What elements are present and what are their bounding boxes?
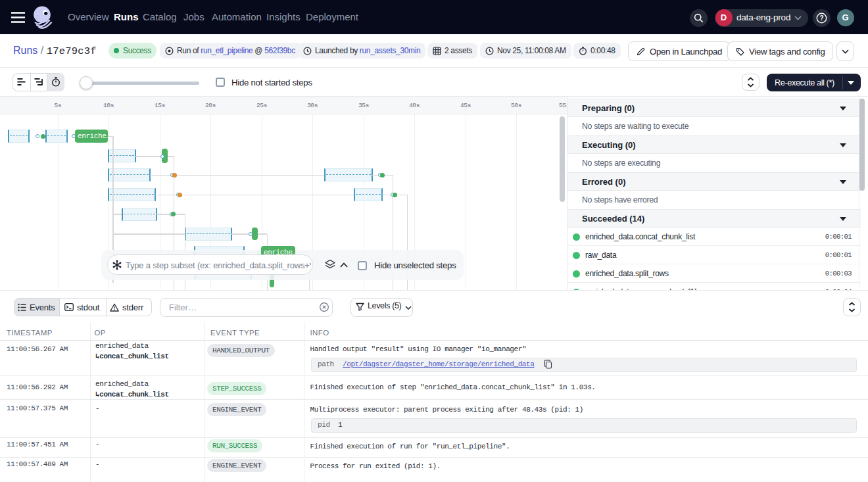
svg-text:?: ? xyxy=(819,14,823,22)
